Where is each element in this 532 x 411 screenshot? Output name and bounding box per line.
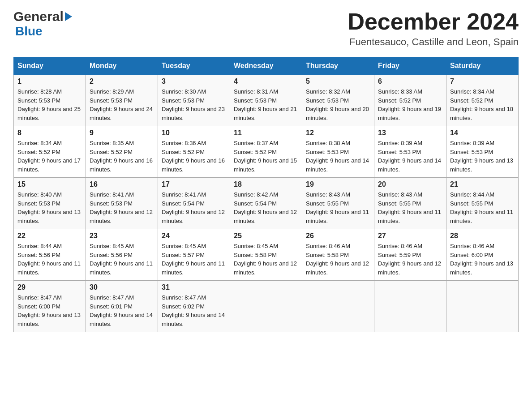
day-info: Sunrise: 8:47 AMSunset: 6:01 PMDaylight:… xyxy=(90,293,154,328)
day-number: 11 xyxy=(234,129,298,137)
day-number: 29 xyxy=(17,283,82,291)
day-number: 2 xyxy=(90,77,154,86)
day-number: 16 xyxy=(90,180,154,188)
calendar-cell: 3Sunrise: 8:30 AMSunset: 5:53 PMDaylight… xyxy=(158,75,230,126)
day-number: 31 xyxy=(162,283,226,291)
week-row-2: 8Sunrise: 8:34 AMSunset: 5:52 PMDaylight… xyxy=(14,126,519,178)
day-number: 13 xyxy=(378,129,442,137)
svg-marker-0 xyxy=(65,12,72,21)
calendar-cell: 10Sunrise: 8:36 AMSunset: 5:52 PMDayligh… xyxy=(158,126,230,178)
day-info: Sunrise: 8:43 AMSunset: 5:55 PMDaylight:… xyxy=(306,190,370,225)
calendar-cell: 31Sunrise: 8:47 AMSunset: 6:02 PMDayligh… xyxy=(158,281,230,332)
day-info: Sunrise: 8:44 AMSunset: 5:56 PMDaylight:… xyxy=(17,242,82,277)
header-monday: Monday xyxy=(86,57,158,75)
day-number: 12 xyxy=(306,129,370,137)
day-info: Sunrise: 8:39 AMSunset: 5:53 PMDaylight:… xyxy=(378,139,442,174)
calendar-cell xyxy=(374,281,446,332)
day-number: 14 xyxy=(450,129,515,137)
calendar-cell: 20Sunrise: 8:43 AMSunset: 5:55 PMDayligh… xyxy=(374,178,446,229)
logo-blue-text: Blue xyxy=(15,24,43,38)
calendar-cell: 11Sunrise: 8:37 AMSunset: 5:52 PMDayligh… xyxy=(230,126,302,178)
calendar-cell: 12Sunrise: 8:38 AMSunset: 5:53 PMDayligh… xyxy=(302,126,374,178)
day-info: Sunrise: 8:40 AMSunset: 5:53 PMDaylight:… xyxy=(17,190,82,225)
day-info: Sunrise: 8:46 AMSunset: 6:00 PMDaylight:… xyxy=(450,242,515,277)
day-number: 28 xyxy=(450,232,515,240)
day-info: Sunrise: 8:39 AMSunset: 5:53 PMDaylight:… xyxy=(450,139,515,174)
day-info: Sunrise: 8:28 AMSunset: 5:53 PMDaylight:… xyxy=(17,87,82,122)
day-number: 9 xyxy=(90,129,154,137)
calendar-cell: 27Sunrise: 8:46 AMSunset: 5:59 PMDayligh… xyxy=(374,229,446,281)
day-info: Sunrise: 8:42 AMSunset: 5:54 PMDaylight:… xyxy=(234,190,298,225)
day-info: Sunrise: 8:29 AMSunset: 5:53 PMDaylight:… xyxy=(90,87,154,122)
header-friday: Friday xyxy=(374,57,446,75)
location-title: Fuentesauco, Castille and Leon, Spain xyxy=(348,36,519,48)
logo-arrow-icon xyxy=(65,12,72,21)
day-number: 23 xyxy=(90,232,154,240)
day-number: 10 xyxy=(162,129,226,137)
calendar-cell: 1Sunrise: 8:28 AMSunset: 5:53 PMDaylight… xyxy=(14,75,86,126)
calendar-cell: 17Sunrise: 8:41 AMSunset: 5:54 PMDayligh… xyxy=(158,178,230,229)
calendar-cell: 26Sunrise: 8:46 AMSunset: 5:58 PMDayligh… xyxy=(302,229,374,281)
week-row-5: 29Sunrise: 8:47 AMSunset: 6:00 PMDayligh… xyxy=(14,281,519,332)
day-number: 5 xyxy=(306,77,370,86)
day-number: 4 xyxy=(234,77,298,86)
day-number: 24 xyxy=(162,232,226,240)
calendar-cell: 22Sunrise: 8:44 AMSunset: 5:56 PMDayligh… xyxy=(14,229,86,281)
calendar-cell: 24Sunrise: 8:45 AMSunset: 5:57 PMDayligh… xyxy=(158,229,230,281)
week-row-3: 15Sunrise: 8:40 AMSunset: 5:53 PMDayligh… xyxy=(14,178,519,229)
day-info: Sunrise: 8:43 AMSunset: 5:55 PMDaylight:… xyxy=(378,190,442,225)
page-header: General Blue December 2024 Fuentesauco, … xyxy=(13,9,519,48)
day-number: 8 xyxy=(17,129,82,137)
day-info: Sunrise: 8:34 AMSunset: 5:52 PMDaylight:… xyxy=(450,87,515,122)
calendar-cell xyxy=(230,281,302,332)
day-info: Sunrise: 8:46 AMSunset: 5:59 PMDaylight:… xyxy=(378,242,442,277)
month-title: December 2024 xyxy=(348,9,519,34)
day-number: 3 xyxy=(162,77,226,86)
calendar-cell: 21Sunrise: 8:44 AMSunset: 5:55 PMDayligh… xyxy=(446,178,519,229)
day-info: Sunrise: 8:41 AMSunset: 5:54 PMDaylight:… xyxy=(162,190,226,225)
day-number: 26 xyxy=(306,232,370,240)
calendar-header: Sunday Monday Tuesday Wednesday Thursday… xyxy=(14,57,519,75)
calendar-cell: 29Sunrise: 8:47 AMSunset: 6:00 PMDayligh… xyxy=(14,281,86,332)
day-number: 19 xyxy=(306,180,370,188)
day-info: Sunrise: 8:36 AMSunset: 5:52 PMDaylight:… xyxy=(162,139,226,174)
day-info: Sunrise: 8:46 AMSunset: 5:58 PMDaylight:… xyxy=(306,242,370,277)
logo-general-text: General xyxy=(13,9,64,24)
calendar-cell: 13Sunrise: 8:39 AMSunset: 5:53 PMDayligh… xyxy=(374,126,446,178)
header-saturday: Saturday xyxy=(446,57,519,75)
day-number: 30 xyxy=(90,283,154,291)
day-info: Sunrise: 8:30 AMSunset: 5:53 PMDaylight:… xyxy=(162,87,226,122)
day-info: Sunrise: 8:32 AMSunset: 5:53 PMDaylight:… xyxy=(306,87,370,122)
title-section: December 2024 Fuentesauco, Castille and … xyxy=(348,9,519,48)
day-number: 6 xyxy=(378,77,442,86)
day-info: Sunrise: 8:45 AMSunset: 5:57 PMDaylight:… xyxy=(162,242,226,277)
day-info: Sunrise: 8:47 AMSunset: 6:02 PMDaylight:… xyxy=(162,293,226,328)
header-sunday: Sunday xyxy=(14,57,86,75)
calendar-cell: 8Sunrise: 8:34 AMSunset: 5:52 PMDaylight… xyxy=(14,126,86,178)
week-row-4: 22Sunrise: 8:44 AMSunset: 5:56 PMDayligh… xyxy=(14,229,519,281)
day-number: 17 xyxy=(162,180,226,188)
header-thursday: Thursday xyxy=(302,57,374,75)
calendar-cell: 23Sunrise: 8:45 AMSunset: 5:56 PMDayligh… xyxy=(86,229,158,281)
week-row-1: 1Sunrise: 8:28 AMSunset: 5:53 PMDaylight… xyxy=(14,75,519,126)
calendar-cell: 4Sunrise: 8:31 AMSunset: 5:53 PMDaylight… xyxy=(230,75,302,126)
day-info: Sunrise: 8:44 AMSunset: 5:55 PMDaylight:… xyxy=(450,190,515,225)
calendar-body: 1Sunrise: 8:28 AMSunset: 5:53 PMDaylight… xyxy=(14,75,519,332)
calendar-cell: 5Sunrise: 8:32 AMSunset: 5:53 PMDaylight… xyxy=(302,75,374,126)
day-number: 27 xyxy=(378,232,442,240)
calendar-cell: 25Sunrise: 8:45 AMSunset: 5:58 PMDayligh… xyxy=(230,229,302,281)
day-info: Sunrise: 8:45 AMSunset: 5:58 PMDaylight:… xyxy=(234,242,298,277)
calendar-cell: 6Sunrise: 8:33 AMSunset: 5:52 PMDaylight… xyxy=(374,75,446,126)
day-number: 21 xyxy=(450,180,515,188)
day-number: 20 xyxy=(378,180,442,188)
calendar-cell xyxy=(302,281,374,332)
day-info: Sunrise: 8:47 AMSunset: 6:00 PMDaylight:… xyxy=(17,293,82,328)
calendar-cell: 30Sunrise: 8:47 AMSunset: 6:01 PMDayligh… xyxy=(86,281,158,332)
calendar-cell: 15Sunrise: 8:40 AMSunset: 5:53 PMDayligh… xyxy=(14,178,86,229)
day-number: 15 xyxy=(17,180,82,188)
calendar-cell: 2Sunrise: 8:29 AMSunset: 5:53 PMDaylight… xyxy=(86,75,158,126)
day-number: 7 xyxy=(450,77,515,86)
day-number: 25 xyxy=(234,232,298,240)
calendar-table: Sunday Monday Tuesday Wednesday Thursday… xyxy=(13,57,519,332)
header-wednesday: Wednesday xyxy=(230,57,302,75)
